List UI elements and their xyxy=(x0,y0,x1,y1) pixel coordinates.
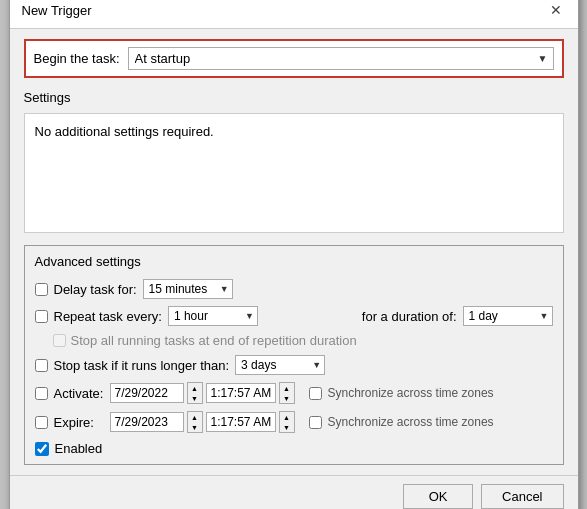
enabled-label: Enabled xyxy=(55,441,103,456)
advanced-section: Advanced settings Delay task for: 15 min… xyxy=(24,245,564,465)
stop-task-label: Stop task if it runs longer than: xyxy=(54,358,230,373)
stop-all-row: Stop all running tasks at end of repetit… xyxy=(35,333,553,348)
expire-sync-label: Synchronize across time zones xyxy=(328,415,494,429)
begin-task-label: Begin the task: xyxy=(34,51,120,66)
activate-time-down[interactable]: ▼ xyxy=(280,393,294,403)
repeat-task-row: Repeat task every: 1 hour 30 minutes 15 … xyxy=(35,306,553,326)
delay-task-select-wrapper: 15 minutes 30 minutes 1 hour 2 hours ▼ xyxy=(143,279,233,299)
expire-sync-checkbox[interactable] xyxy=(309,416,322,429)
stop-task-select[interactable]: 3 days 1 day 2 hours 30 minutes xyxy=(235,355,325,375)
repeat-task-select-wrapper: 1 hour 30 minutes 15 minutes ▼ xyxy=(168,306,258,326)
activate-date-up[interactable]: ▲ xyxy=(188,383,202,393)
activate-sync-label: Synchronize across time zones xyxy=(328,386,494,400)
repeat-task-label: Repeat task every: xyxy=(54,309,162,324)
expire-date-up[interactable]: ▲ xyxy=(188,412,202,422)
duration-select-wrapper: 1 day 12 hours 30 minutes ▼ xyxy=(463,306,553,326)
begin-task-select[interactable]: At startup On a schedule At log on At id… xyxy=(128,47,554,70)
activate-date-input[interactable] xyxy=(110,383,184,403)
activate-row: Activate: ▲ ▼ ▲ ▼ Synchronize across tim… xyxy=(35,382,553,404)
dialog-footer: OK Cancel xyxy=(10,475,578,509)
expire-date-input[interactable] xyxy=(110,412,184,432)
ok-button[interactable]: OK xyxy=(403,484,473,509)
stop-all-text: Stop all running tasks at end of repetit… xyxy=(71,333,357,348)
repeat-task-checkbox[interactable] xyxy=(35,310,48,323)
delay-task-label: Delay task for: xyxy=(54,282,137,297)
stop-task-row: Stop task if it runs longer than: 3 days… xyxy=(35,355,553,375)
dialog-title: New Trigger xyxy=(22,3,92,18)
expire-time-down[interactable]: ▼ xyxy=(280,422,294,432)
begin-task-row: Begin the task: At startup On a schedule… xyxy=(24,39,564,78)
activate-sync-checkbox[interactable] xyxy=(309,387,322,400)
begin-task-select-wrapper: At startup On a schedule At log on At id… xyxy=(128,47,554,70)
title-bar: New Trigger ✕ xyxy=(10,0,578,29)
activate-datetime: ▲ ▼ ▲ ▼ xyxy=(110,382,295,404)
expire-date-down[interactable]: ▼ xyxy=(188,422,202,432)
activate-time-input[interactable] xyxy=(206,383,276,403)
activate-time-up[interactable]: ▲ xyxy=(280,383,294,393)
activate-date-down[interactable]: ▼ xyxy=(188,393,202,403)
settings-label: Settings xyxy=(24,90,564,105)
repeat-task-select[interactable]: 1 hour 30 minutes 15 minutes xyxy=(168,306,258,326)
duration-select[interactable]: 1 day 12 hours 30 minutes xyxy=(463,306,553,326)
activate-date-spinner: ▲ ▼ xyxy=(187,382,203,404)
activate-checkbox[interactable] xyxy=(35,387,48,400)
activate-time-spinner: ▲ ▼ xyxy=(279,382,295,404)
settings-box: No additional settings required. xyxy=(24,113,564,233)
dialog-body: Begin the task: At startup On a schedule… xyxy=(10,29,578,475)
expire-checkbox[interactable] xyxy=(35,416,48,429)
delay-task-checkbox[interactable] xyxy=(35,283,48,296)
enabled-checkbox[interactable] xyxy=(35,442,49,456)
expire-time-input[interactable] xyxy=(206,412,276,432)
expire-datetime: ▲ ▼ ▲ ▼ xyxy=(110,411,295,433)
enabled-row: Enabled xyxy=(35,441,553,456)
activate-label: Activate: xyxy=(54,386,104,401)
duration-label: for a duration of: xyxy=(362,309,457,324)
expire-time-up[interactable]: ▲ xyxy=(280,412,294,422)
expire-time-spinner: ▲ ▼ xyxy=(279,411,295,433)
cancel-button[interactable]: Cancel xyxy=(481,484,563,509)
advanced-settings-label: Advanced settings xyxy=(35,254,553,269)
delay-task-row: Delay task for: 15 minutes 30 minutes 1 … xyxy=(35,279,553,299)
delay-task-select[interactable]: 15 minutes 30 minutes 1 hour 2 hours xyxy=(143,279,233,299)
stop-task-select-wrapper: 3 days 1 day 2 hours 30 minutes ▼ xyxy=(235,355,325,375)
expire-label: Expire: xyxy=(54,415,104,430)
close-button[interactable]: ✕ xyxy=(546,0,566,20)
stop-task-checkbox[interactable] xyxy=(35,359,48,372)
no-settings-text: No additional settings required. xyxy=(35,124,214,139)
new-trigger-dialog: New Trigger ✕ Begin the task: At startup… xyxy=(9,0,579,509)
expire-row: Expire: ▲ ▼ ▲ ▼ Synchronize across time … xyxy=(35,411,553,433)
stop-all-checkbox[interactable] xyxy=(53,334,66,347)
expire-date-spinner: ▲ ▼ xyxy=(187,411,203,433)
